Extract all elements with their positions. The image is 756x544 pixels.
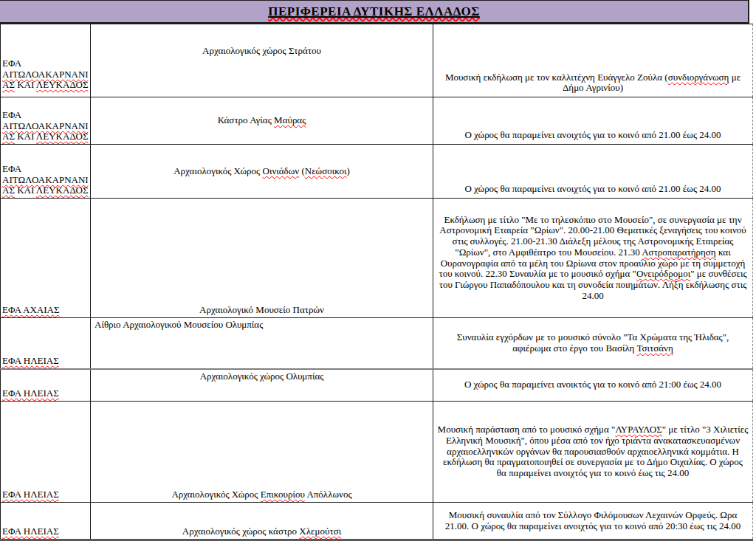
region-header-bar: ΠΕΡΙΦΕΡΕΙΑ ΔΥΤΙΚΗΣ ΕΛΛΑΔΟΣ [0,0,749,24]
agency-cell: ΕΦΑ ΗΛΕΙΑΣ [1,369,91,402]
site-cell: Αίθριο Αρχαιολογικού Μουσείου Ολυμπίας [91,318,433,369]
event-description-cell: Μουσική παράσταση από το μουσικό σχήμα "… [433,402,753,503]
agency-cell: ΕΦΑ ΗΛΕΙΑΣ [1,318,91,369]
site-cell: Αρχαιολογικός χώρος κάστρο Χλεμούτσι [91,503,433,540]
agency-cell: ΕΦΑ ΑΙΤΩΛΟΑΚΑΡΝΑΝΙΑΣ ΚΑΙ ΛΕΥΚΑΔΟΣ [1,24,91,97]
site-cell: Αρχαιολογικός χώρος Στράτου [91,24,433,97]
event-description-cell: Μουσική εκδήλωση με τον καλλιτέχνη Ευάγγ… [433,24,753,97]
event-description-cell: Ο χώρος θα παραμείνει ανοικτός για το κο… [433,369,753,402]
table-row: ΕΦΑ ΗΛΕΙΑΣΑίθριο Αρχαιολογικού Μουσείου … [1,318,753,369]
site-cell: Αρχαιολογικός Χώρος Επικουρίου Απόλλωνος [91,402,433,503]
table-row: ΕΦΑ ΑΙΤΩΛΟΑΚΑΡΝΑΝΙΑΣ ΚΑΙ ΛΕΥΚΑΔΟΣΚάστρο … [1,97,753,145]
events-table-body: ΕΦΑ ΑΙΤΩΛΟΑΚΑΡΝΑΝΙΑΣ ΚΑΙ ΛΕΥΚΑΔΟΣΑρχαιολ… [1,24,753,540]
agency-cell: ΕΦΑ ΑΙΤΩΛΟΑΚΑΡΝΑΝΙΑΣ ΚΑΙ ΛΕΥΚΑΔΟΣ [1,97,91,145]
site-cell: Κάστρο Αγίας Μαύρας [91,97,433,145]
event-description-cell: Μουσική συναυλία από τον Σύλλογο Φιλόμου… [433,503,753,540]
table-row: ΕΦΑ ΗΛΕΙΑΣΑρχαιολογικός χώρος ΟλυμπίαςΟ … [1,369,753,402]
agency-cell: ΕΦΑ ΑΙΤΩΛΟΑΚΑΡΝΑΝΙΑΣ ΚΑΙ ΛΕΥΚΑΔΟΣ [1,145,91,199]
document-page: ΠΕΡΙΦΕΡΕΙΑ ΔΥΤΙΚΗΣ ΕΛΛΑΔΟΣ ΕΦΑ ΑΙΤΩΛΟΑΚΑ… [0,0,756,544]
table-row: ΕΦΑ ΑΧΑΙΑΣΑρχαιολογικό Μουσείο ΠατρώνΕκδ… [1,199,753,318]
table-row: ΕΦΑ ΑΙΤΩΛΟΑΚΑΡΝΑΝΙΑΣ ΚΑΙ ΛΕΥΚΑΔΟΣΑρχαιολ… [1,24,753,97]
agency-cell: ΕΦΑ ΑΧΑΙΑΣ [1,199,91,318]
site-cell: Αρχαιολογικός χώρος Ολυμπίας [91,369,433,402]
agency-cell: ΕΦΑ ΗΛΕΙΑΣ [1,503,91,540]
region-title: ΠΕΡΙΦΕΡΕΙΑ ΔΥΤΙΚΗΣ ΕΛΛΑΔΟΣ [268,4,480,19]
event-description-cell: Ο χώρος θα παραμείνει ανοιχτός για το κο… [433,97,753,145]
site-cell: Αρχαιολογικός Χώρος Οινιάδων (Νεώσοικοι) [91,145,433,199]
table-row: ΕΦΑ ΗΛΕΙΑΣΑρχαιολογικός Χώρος Επικουρίου… [1,402,753,503]
event-description-cell: Ο χώρος θα παραμείνει ανοιχτός για το κο… [433,145,753,199]
events-table: ΕΦΑ ΑΙΤΩΛΟΑΚΑΡΝΑΝΙΑΣ ΚΑΙ ΛΕΥΚΑΔΟΣΑρχαιολ… [0,24,753,541]
site-cell: Αρχαιολογικό Μουσείο Πατρών [91,199,433,318]
table-row: ΕΦΑ ΑΙΤΩΛΟΑΚΑΡΝΑΝΙΑΣ ΚΑΙ ΛΕΥΚΑΔΟΣΑρχαιολ… [1,145,753,199]
event-description-cell: Εκδήλωση με τίτλο "Με το τηλεσκόπιο στο … [433,199,753,318]
event-description-cell: Συναυλία εγχόρδων με το μουσικό σύνολο "… [433,318,753,369]
table-row: ΕΦΑ ΗΛΕΙΑΣΑρχαιολογικός χώρος κάστρο Χλε… [1,503,753,540]
agency-cell: ΕΦΑ ΗΛΕΙΑΣ [1,402,91,503]
